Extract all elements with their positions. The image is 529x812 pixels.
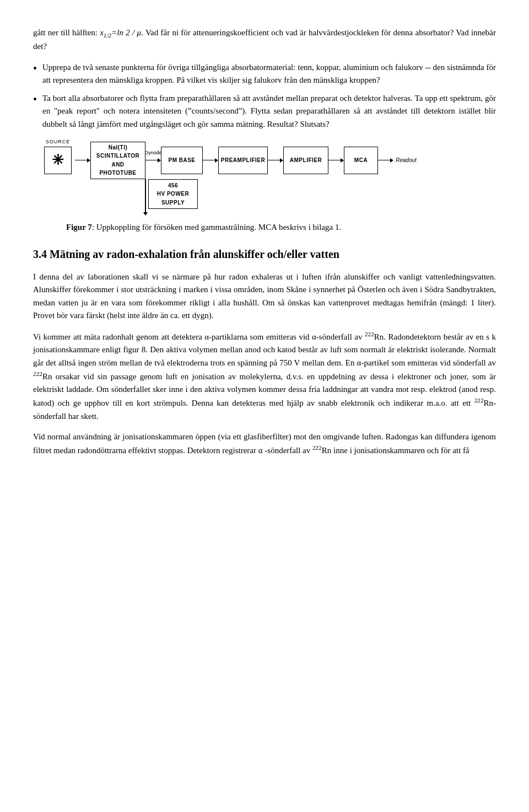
figure-caption-text: : Uppkoppling för försöken med gammastrå… <box>92 223 341 232</box>
hv-box: 456 HV POWER SUPPLY <box>148 179 198 209</box>
source-box: SOURCE ✳ <box>44 147 72 174</box>
arrow-5 <box>328 157 344 164</box>
body-paragraph-3: Vid normal användning är jonisationskamm… <box>33 431 496 458</box>
dynode-label: Dynode <box>144 149 161 157</box>
body-paragraph-2: Vi kommer att mäta radonhalt genom att d… <box>33 330 496 423</box>
figure-number: Figur 7 <box>66 223 92 232</box>
v-line-up <box>145 179 146 196</box>
diagram-top-row: SOURCE ✳ NaI(Tl) SCINTILLATOR AND PHOTOT… <box>44 142 417 179</box>
bullet-item-1: • Upprepa de två senaste punkterna för ö… <box>33 61 496 87</box>
preamp-box: PREAMPLIFIER <box>218 147 268 174</box>
math-formula: x1/2=ln 2 / μ <box>100 28 141 37</box>
arrow-6 <box>378 157 393 164</box>
body-paragraph-1: I denna del av laborationen skall vi se … <box>33 271 496 322</box>
figure-caption: Figur 7: Uppkoppling för försöken med ga… <box>66 221 496 234</box>
arrow-2 <box>145 157 161 164</box>
arrow-4 <box>268 157 283 164</box>
diagram-figure: SOURCE ✳ NaI(Tl) SCINTILLATOR AND PHOTOT… <box>33 142 496 216</box>
source-symbol: ✳ <box>52 149 64 171</box>
bullet-symbol-1: • <box>33 61 37 76</box>
source-label: SOURCE <box>45 138 71 146</box>
bullet-text-1: Upprepa de två senaste punkterna för övr… <box>42 61 496 87</box>
section-heading-3-4: 3.4 Mätning av radon-exhalation från alu… <box>33 246 496 263</box>
pm-box: PM BASE <box>161 147 203 174</box>
diagram-bottom-section: 456 HV POWER SUPPLY <box>44 179 198 216</box>
nal-box: NaI(Tl) SCINTILLATOR AND PHOTOTUBE <box>90 142 145 179</box>
intro-paragraph: gått ner till hälften: x1/2=ln 2 / μ. Va… <box>33 26 496 53</box>
arrow-3 <box>203 157 218 164</box>
bullet-symbol-2: • <box>33 92 37 106</box>
arrow-1 <box>75 157 90 164</box>
section-number: 3.4 <box>33 248 47 260</box>
readout-label: Readout <box>396 156 417 165</box>
mca-box: MCA <box>344 147 378 174</box>
amp-box: AMPLIFIER <box>283 147 328 174</box>
bullet-list: • Upprepa de två senaste punkterna för ö… <box>33 61 496 131</box>
v-arrow-head <box>143 212 148 216</box>
bullet-text-2: Ta bort alla absorbatorer och flytta fra… <box>42 92 496 131</box>
bullet-item-2: • Ta bort alla absorbatorer och flytta f… <box>33 92 496 131</box>
arrow-dynode-wrapper: Dynode <box>145 157 161 164</box>
v-line-down <box>145 196 146 212</box>
section-title: Mätning av radon-exhalation från alunski… <box>50 248 339 260</box>
